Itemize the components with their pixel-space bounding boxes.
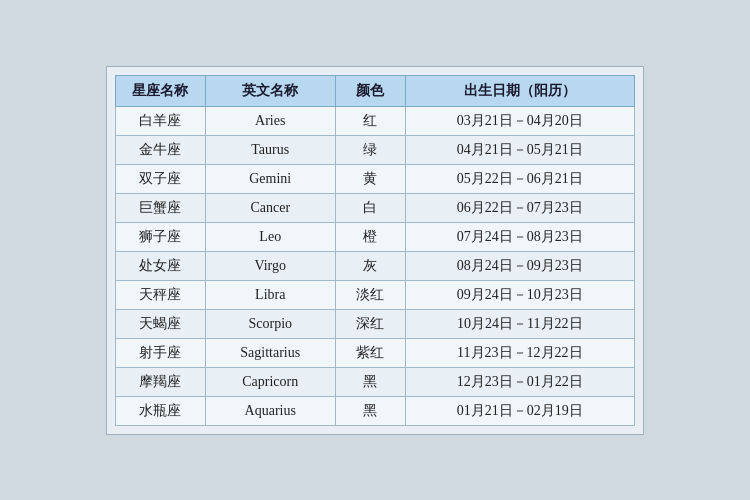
cell-color: 红 bbox=[335, 106, 405, 135]
cell-chinese: 双子座 bbox=[116, 164, 206, 193]
table-row: 巨蟹座Cancer白06月22日－07月23日 bbox=[116, 193, 635, 222]
cell-date: 07月24日－08月23日 bbox=[405, 222, 634, 251]
cell-color: 黄 bbox=[335, 164, 405, 193]
cell-chinese: 白羊座 bbox=[116, 106, 206, 135]
cell-english: Cancer bbox=[205, 193, 335, 222]
cell-color: 绿 bbox=[335, 135, 405, 164]
zodiac-table: 星座名称 英文名称 颜色 出生日期（阳历） 白羊座Aries红03月21日－04… bbox=[115, 75, 635, 426]
cell-english: Aries bbox=[205, 106, 335, 135]
cell-english: Aquarius bbox=[205, 396, 335, 425]
cell-english: Taurus bbox=[205, 135, 335, 164]
cell-color: 白 bbox=[335, 193, 405, 222]
cell-date: 09月24日－10月23日 bbox=[405, 280, 634, 309]
header-color: 颜色 bbox=[335, 75, 405, 106]
cell-date: 10月24日－11月22日 bbox=[405, 309, 634, 338]
cell-chinese: 天蝎座 bbox=[116, 309, 206, 338]
cell-color: 橙 bbox=[335, 222, 405, 251]
table-row: 水瓶座Aquarius黑01月21日－02月19日 bbox=[116, 396, 635, 425]
table-row: 处女座Virgo灰08月24日－09月23日 bbox=[116, 251, 635, 280]
cell-date: 01月21日－02月19日 bbox=[405, 396, 634, 425]
table-row: 白羊座Aries红03月21日－04月20日 bbox=[116, 106, 635, 135]
cell-chinese: 摩羯座 bbox=[116, 367, 206, 396]
cell-english: Leo bbox=[205, 222, 335, 251]
table-row: 双子座Gemini黄05月22日－06月21日 bbox=[116, 164, 635, 193]
cell-chinese: 处女座 bbox=[116, 251, 206, 280]
cell-color: 灰 bbox=[335, 251, 405, 280]
cell-date: 06月22日－07月23日 bbox=[405, 193, 634, 222]
table-row: 金牛座Taurus绿04月21日－05月21日 bbox=[116, 135, 635, 164]
cell-color: 紫红 bbox=[335, 338, 405, 367]
zodiac-table-wrapper: 星座名称 英文名称 颜色 出生日期（阳历） 白羊座Aries红03月21日－04… bbox=[106, 66, 644, 435]
cell-chinese: 水瓶座 bbox=[116, 396, 206, 425]
cell-date: 03月21日－04月20日 bbox=[405, 106, 634, 135]
header-english: 英文名称 bbox=[205, 75, 335, 106]
cell-date: 05月22日－06月21日 bbox=[405, 164, 634, 193]
cell-chinese: 狮子座 bbox=[116, 222, 206, 251]
cell-chinese: 天秤座 bbox=[116, 280, 206, 309]
cell-color: 深红 bbox=[335, 309, 405, 338]
cell-color: 黑 bbox=[335, 396, 405, 425]
cell-date: 08月24日－09月23日 bbox=[405, 251, 634, 280]
header-chinese: 星座名称 bbox=[116, 75, 206, 106]
cell-chinese: 金牛座 bbox=[116, 135, 206, 164]
cell-date: 12月23日－01月22日 bbox=[405, 367, 634, 396]
header-date: 出生日期（阳历） bbox=[405, 75, 634, 106]
cell-english: Capricorn bbox=[205, 367, 335, 396]
table-row: 狮子座Leo橙07月24日－08月23日 bbox=[116, 222, 635, 251]
cell-color: 淡红 bbox=[335, 280, 405, 309]
table-header-row: 星座名称 英文名称 颜色 出生日期（阳历） bbox=[116, 75, 635, 106]
cell-color: 黑 bbox=[335, 367, 405, 396]
table-row: 天秤座Libra淡红09月24日－10月23日 bbox=[116, 280, 635, 309]
cell-chinese: 巨蟹座 bbox=[116, 193, 206, 222]
table-row: 射手座Sagittarius紫红11月23日－12月22日 bbox=[116, 338, 635, 367]
cell-date: 04月21日－05月21日 bbox=[405, 135, 634, 164]
cell-chinese: 射手座 bbox=[116, 338, 206, 367]
cell-english: Libra bbox=[205, 280, 335, 309]
cell-english: Scorpio bbox=[205, 309, 335, 338]
table-row: 天蝎座Scorpio深红10月24日－11月22日 bbox=[116, 309, 635, 338]
cell-english: Sagittarius bbox=[205, 338, 335, 367]
table-row: 摩羯座Capricorn黑12月23日－01月22日 bbox=[116, 367, 635, 396]
cell-date: 11月23日－12月22日 bbox=[405, 338, 634, 367]
cell-english: Gemini bbox=[205, 164, 335, 193]
cell-english: Virgo bbox=[205, 251, 335, 280]
